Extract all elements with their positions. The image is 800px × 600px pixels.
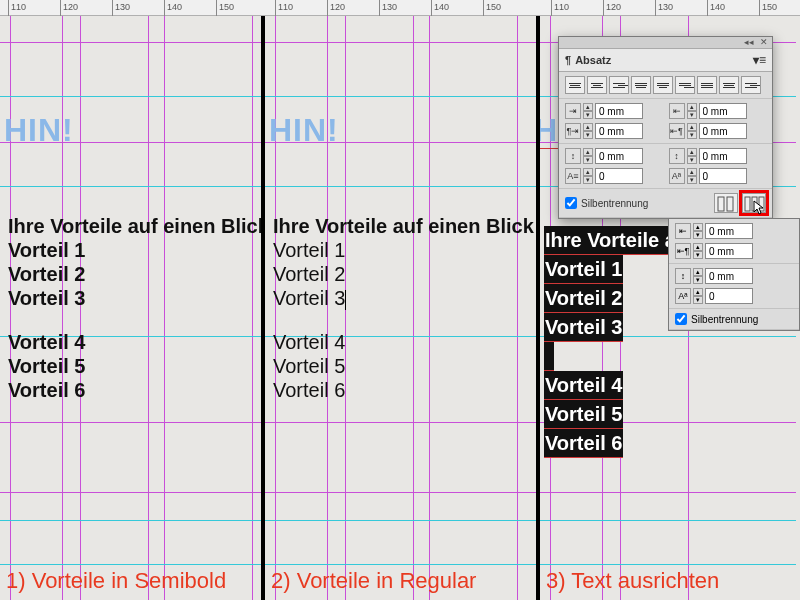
panel-close-icon[interactable]: ✕	[760, 37, 768, 48]
stepper-up-icon[interactable]: ▴	[687, 103, 697, 111]
space-after-icon: ↕	[669, 148, 685, 164]
justify-center-button[interactable]	[653, 76, 673, 94]
panel-collapse-icon[interactable]: ◂◂	[744, 37, 754, 48]
benefit-line: Vorteil 6	[8, 378, 265, 402]
span-columns-button[interactable]	[714, 193, 738, 213]
example-column-1: HIN! Ihre Vorteile auf einen Blick Vorte…	[0, 16, 265, 600]
paragraph-panel[interactable]: ◂◂ ✕ ¶ Absatz ▾≡ ⇥ ▴▾ ⇤ ▴▾	[558, 36, 773, 219]
hyphenation-label: Silbentrennung	[581, 198, 648, 209]
drop-cap-lines-input[interactable]	[595, 168, 643, 184]
stepper-up-icon[interactable]: ▴	[687, 168, 697, 176]
drop-cap-chars-field[interactable]: Aª ▴▾	[669, 168, 767, 184]
stepper-up-icon[interactable]: ▴	[687, 123, 697, 131]
align-center-button[interactable]	[587, 76, 607, 94]
benefit-line: Vorteil 5	[273, 354, 534, 378]
benefit-line: Vorteil 6	[273, 378, 534, 402]
secondary-dropcap-input[interactable]	[705, 288, 753, 304]
stepper-up-icon[interactable]: ▴	[583, 103, 593, 111]
secondary-hyphenation-row[interactable]: Silbentrennung	[669, 309, 799, 330]
align-left-button[interactable]	[565, 76, 585, 94]
benefit-line: Vorteil 1	[273, 238, 534, 262]
space-after-input[interactable]	[699, 148, 747, 164]
left-indent-input[interactable]	[595, 103, 643, 119]
secondary-dropcap-field[interactable]: Aª ▴▾	[675, 288, 793, 304]
stepper-down-icon[interactable]: ▾	[583, 176, 593, 184]
secondary-space-input[interactable]	[705, 268, 753, 284]
secondary-indent-input-2[interactable]	[705, 243, 753, 259]
secondary-hyphenation-checkbox[interactable]	[675, 313, 687, 325]
align-towards-spine-button[interactable]	[719, 76, 739, 94]
hyphenation-checkbox[interactable]	[565, 197, 577, 209]
align-away-spine-button[interactable]	[741, 76, 761, 94]
first-line-indent-input[interactable]	[595, 123, 643, 139]
panel-topbar[interactable]: ◂◂ ✕	[559, 37, 772, 49]
panel-menu-icon[interactable]: ▾≡	[753, 53, 766, 67]
secondary-indent-field[interactable]: ⇤ ▴▾	[675, 223, 793, 239]
stepper-up-icon[interactable]: ▴	[583, 148, 593, 156]
drop-cap-chars-icon: Aª	[669, 168, 685, 184]
stepper-down-icon[interactable]: ▾	[687, 131, 697, 139]
last-line-indent-input[interactable]	[699, 123, 747, 139]
ruler-tick: 140	[707, 0, 725, 16]
caption-1: 1) Vorteile in Semibold	[6, 568, 226, 594]
stepper-down-icon[interactable]: ▾	[693, 296, 703, 304]
benefit-headline: Ihre Vorteile auf einen Blick	[273, 214, 534, 238]
ruler-tick: 130	[379, 0, 397, 16]
stepper-up-icon[interactable]: ▴	[693, 288, 703, 296]
first-line-indent-field[interactable]: ¶⇥ ▴▾	[565, 123, 663, 139]
drop-cap-lines-field[interactable]: A≡ ▴▾	[565, 168, 663, 184]
stepper-down-icon[interactable]: ▾	[583, 131, 593, 139]
secondary-space-field[interactable]: ↕ ▴▾	[675, 268, 793, 284]
stepper-up-icon[interactable]: ▴	[693, 223, 703, 231]
stepper-down-icon[interactable]: ▾	[687, 156, 697, 164]
stepper-up-icon[interactable]: ▴	[583, 123, 593, 131]
stepper-down-icon[interactable]: ▾	[687, 111, 697, 119]
benefit-headline: Ihre Vorteile auf einen Blick	[8, 214, 265, 238]
ruler-tick: 130	[655, 0, 673, 16]
left-indent-field[interactable]: ⇥ ▴▾	[565, 103, 663, 119]
justify-left-button[interactable]	[631, 76, 651, 94]
secondary-indent-input[interactable]	[705, 223, 753, 239]
stepper-down-icon[interactable]: ▾	[687, 176, 697, 184]
panel-title: Absatz	[575, 54, 611, 66]
stepper-down-icon[interactable]: ▾	[583, 156, 593, 164]
ruler-tick: 120	[603, 0, 621, 16]
stepper-up-icon[interactable]: ▴	[687, 148, 697, 156]
text-block-regular[interactable]: Ihre Vorteile auf einen Blick Vorteil 1 …	[273, 214, 534, 402]
split-columns-button[interactable]	[742, 193, 766, 213]
right-indent-field[interactable]: ⇤ ▴▾	[669, 103, 767, 119]
space-before-field[interactable]: ↕ ▴▾	[565, 148, 663, 164]
svg-rect-2	[745, 197, 750, 211]
stepper-down-icon[interactable]: ▾	[583, 111, 593, 119]
space-before-input[interactable]	[595, 148, 643, 164]
last-line-indent-field[interactable]: ⇤¶ ▴▾	[669, 123, 767, 139]
panel-tab-absatz[interactable]: ¶ Absatz ▾≡	[559, 49, 772, 72]
text-block-semibold[interactable]: Ihre Vorteile auf einen Blick Vorteil 1 …	[8, 214, 265, 402]
space-after-field[interactable]: ↕ ▴▾	[669, 148, 767, 164]
hyphenation-row[interactable]: Silbentrennung	[559, 189, 772, 218]
ruler-tick: 120	[60, 0, 78, 16]
benefit-line-selected	[544, 342, 554, 371]
justify-right-button[interactable]	[675, 76, 695, 94]
benefit-line-selected: Vorteil 3	[544, 313, 623, 342]
benefit-line: Vorteil 4	[273, 330, 534, 354]
stepper-down-icon[interactable]: ▾	[693, 251, 703, 259]
right-indent-icon: ⇤	[669, 103, 685, 119]
stepper-up-icon[interactable]: ▴	[693, 243, 703, 251]
ruler-tick: 150	[216, 0, 234, 16]
drop-cap-chars-input[interactable]	[699, 168, 747, 184]
stepper-down-icon[interactable]: ▾	[693, 276, 703, 284]
align-right-button[interactable]	[609, 76, 629, 94]
svg-rect-0	[718, 197, 724, 211]
paragraph-panel-secondary[interactable]: ⇤ ▴▾ ⇤¶ ▴▾ ↕ ▴▾ Aª ▴▾	[668, 218, 800, 331]
secondary-indent-field-2[interactable]: ⇤¶ ▴▾	[675, 243, 793, 259]
benefit-line: Vorteil 4	[8, 330, 265, 354]
justify-all-button[interactable]	[697, 76, 717, 94]
stepper-up-icon[interactable]: ▴	[583, 168, 593, 176]
ruler-tick: 110	[275, 0, 293, 16]
stepper-down-icon[interactable]: ▾	[693, 231, 703, 239]
example-column-2: HIN! Ihre Vorteile auf einen Blick Vorte…	[265, 16, 540, 600]
stepper-up-icon[interactable]: ▴	[693, 268, 703, 276]
right-indent-input[interactable]	[699, 103, 747, 119]
ruler-tick: 120	[327, 0, 345, 16]
